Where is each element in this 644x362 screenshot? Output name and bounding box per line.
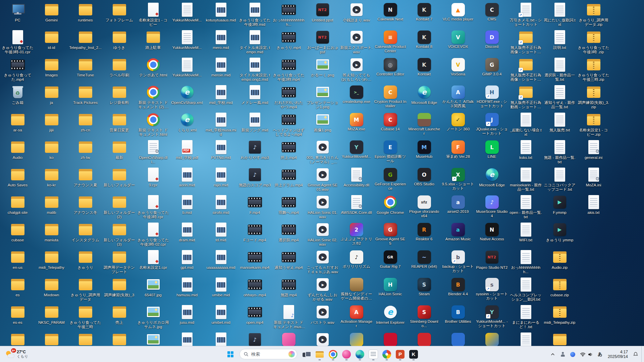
desktop-icon[interactable]: runtimes (68, 1, 102, 28)
desktop-icon[interactable]: rajio.mid (204, 166, 238, 193)
desktop-icon[interactable]: 営業日変更 (102, 111, 136, 138)
desktop-icon[interactable]: AWSSDK.Core.dll (339, 193, 373, 221)
desktop-icon[interactable]: WIFI.txt (509, 221, 543, 248)
desktop-icon[interactable]: JJQuake.exe - ショートカット (475, 111, 509, 138)
desktop-icon[interactable]: わかりやす.mp3 (238, 138, 272, 166)
desktop-icon[interactable]: ◎Controller Editor (373, 56, 407, 83)
desktop-icon[interactable]: かるーく.png (306, 56, 339, 83)
desktop-icon[interactable]: ゆうき (102, 28, 136, 56)
desktop-icon[interactable]: YukkuriMovieM... (170, 56, 204, 83)
show-desktop-button[interactable] (641, 346, 643, 362)
desktop-icon[interactable]: YYukkuriMovieM... - ショートカット (475, 303, 509, 331)
desktop-icon[interactable]: midi_Telepathy (35, 248, 68, 276)
desktop-icon[interactable]: 名称未設定1 - コピー (136, 1, 170, 28)
desktop-icon[interactable]: PVTNd.mid (204, 138, 238, 166)
desktop-icon[interactable]: aairset2-2019 (441, 193, 475, 221)
desktop-icon[interactable]: VVoiSona (441, 56, 475, 83)
desktop-icon[interactable]: 2ぷよぷよ™テトリス®2 (339, 221, 373, 248)
desktop-icon[interactable]: sirofo.mid (204, 193, 238, 221)
desktop-icon[interactable]: manisekarin.mp4 (238, 248, 272, 276)
desktop-icon[interactable]: Groove Agent SE 01.wav (306, 166, 339, 193)
desktop-icon[interactable]: mid_学校.pdf (170, 138, 204, 166)
desktop-icon[interactable] (35, 331, 68, 346)
desktop-icon[interactable]: ko-kr (35, 166, 68, 193)
desktop-icon[interactable]: umibet.mid (204, 303, 238, 331)
desktop-icon[interactable]: ♪MuseScore Studio 4 (475, 193, 509, 221)
widgets-weather-button[interactable]: 9+ 27°C くもり (2, 348, 32, 361)
desktop-icon[interactable]: meroin.mid (204, 56, 238, 83)
desktop-icon[interactable]: aorin.mid (170, 166, 204, 193)
tray-blue-app-button[interactable] (569, 348, 577, 360)
desktop-icon[interactable]: NKSC_PARAM (35, 303, 68, 331)
desktop-icon[interactable]: ヘルスコンプレッション__歌詞.txt (509, 276, 543, 303)
desktop-icon[interactable]: HALion Sonic 02.wav (306, 221, 339, 248)
desktop-icon[interactable]: KKontakt 7 (407, 1, 441, 28)
desktop-icon[interactable]: 選択肢 - 親作品一覧.txt (543, 56, 577, 83)
network-volume-button[interactable] (579, 348, 594, 360)
desktop-icon[interactable]: おっhhhhhhhhhhhh... (272, 1, 306, 28)
desktop-icon[interactable]: YukkuriMovieM... (170, 28, 204, 56)
desktop-icon[interactable]: アナウンス夏 (68, 166, 102, 193)
desktop-icon[interactable]: おーばーまにお.ppsf (306, 28, 339, 56)
desktop-icon[interactable]: >_createdump.exe (339, 83, 373, 111)
desktop-icon[interactable]: umibe.mid (204, 276, 238, 303)
desktop-icon[interactable]: きゅうり食ってた午後3時-02.cpr (136, 221, 170, 248)
desktop-icon[interactable]: くらり.xml (170, 111, 204, 138)
taskbar-app-music-app[interactable] (340, 348, 353, 361)
taskbar-app-notepad[interactable] (367, 348, 380, 361)
desktop-icon[interactable]: Audio (1, 138, 35, 166)
desktop-icon[interactable]: mid_学校musa.mid (204, 111, 238, 138)
desktop-icon[interactable]: ♪ポリリリリズム (339, 248, 373, 276)
desktop-icon[interactable] (475, 331, 509, 346)
desktop-icon[interactable]: きゅうり食ってた午後3時.mid (238, 1, 272, 28)
desktop-icon[interactable]: 新規 テキスト ドキュメント.musicxml (272, 303, 306, 331)
desktop-icon[interactable]: 路上駐車 (136, 28, 170, 56)
desktop-icon[interactable]: AActivation Manager (339, 303, 373, 331)
desktop-icon[interactable] (68, 331, 102, 346)
desktop-icon[interactable]: 画像1.png (306, 111, 339, 138)
desktop-icon[interactable] (373, 331, 407, 346)
desktop-icon[interactable]: jijii (35, 111, 68, 138)
desktop-icon[interactable]: F筆まめ Ver.28 (441, 138, 475, 166)
desktop-icon[interactable]: aAmazon Music (441, 221, 475, 248)
desktop-icon[interactable]: 井上ドラム.mp4 (272, 166, 306, 193)
desktop-icon[interactable]: Google Chrome (373, 193, 407, 221)
desktop-icon[interactable]: en-us (1, 248, 35, 276)
desktop-icon[interactable]: OOBS Studio (407, 166, 441, 193)
desktop-icon[interactable]: きゅうり食ってた午後三時.zip (577, 56, 610, 83)
desktop-icon[interactable]: 最新 (102, 138, 136, 166)
desktop-icon[interactable]: KKontakt (407, 56, 441, 83)
desktop-icon[interactable]: きゅうり_調声用データ (68, 276, 102, 303)
desktop-icon[interactable]: ~REAPER (x64) (407, 248, 441, 276)
desktop-icon[interactable]: Minecraft Launcher (407, 111, 441, 138)
desktop-icon[interactable]: SSteinberg Downlo... (407, 303, 441, 331)
desktop-icon[interactable]: 新規 テキスト ドキュメント.html (136, 111, 170, 138)
desktop-icon[interactable]: テンポあて.html (136, 56, 170, 83)
desktop-icon[interactable]: MMoZA.exe (339, 111, 373, 138)
desktop-icon[interactable]: ラベル印刷 (102, 56, 136, 83)
desktop-icon[interactable]: HHDDFMT.exe - ショートカット (475, 83, 509, 111)
taskbar-app-powerpoint[interactable]: P (393, 348, 407, 361)
desktop-icon[interactable] (441, 331, 475, 346)
desktop-icon[interactable] (170, 331, 204, 346)
desktop-icon[interactable]: 無人販売不正行為画像 - ショートカッ... (509, 28, 543, 56)
desktop-icon[interactable]: NCakewalk Next (373, 1, 407, 28)
desktop-icon[interactable]: hamusu.mid (170, 276, 204, 303)
clock[interactable]: 4:17 2025/09/14 (606, 350, 630, 359)
desktop-icon[interactable]: 説明.txt (543, 28, 577, 56)
desktop-icon[interactable]: インスタグラム (68, 221, 102, 248)
desktop-icon[interactable]: BBrother Utilities (441, 303, 475, 331)
desktop-icon[interactable]: es-es (1, 303, 35, 331)
desktop-icon[interactable]: jusu.mid (170, 303, 204, 331)
taskbar-app-file-explorer[interactable] (313, 348, 326, 361)
desktop-icon[interactable]: 9.cpr (136, 166, 170, 193)
desktop-icon[interactable]: midi_Telepathy.zip (543, 303, 577, 331)
desktop-icon[interactable]: CCubase 14 (373, 111, 407, 138)
desktop-icon[interactable]: きゅうり食ってた午後三時 (68, 303, 102, 331)
desktop-icon[interactable]: BBlender 4.4 (441, 276, 475, 303)
taskbar-app-cakewalk[interactable]: K (407, 348, 420, 361)
desktop-icon[interactable] (543, 331, 577, 346)
desktop-icon[interactable]: 羽舞へ.mp4 (272, 193, 306, 221)
desktop-icon[interactable]: NNative Access (475, 221, 509, 248)
desktop-icon[interactable]: メドレー風.mid (238, 83, 272, 111)
